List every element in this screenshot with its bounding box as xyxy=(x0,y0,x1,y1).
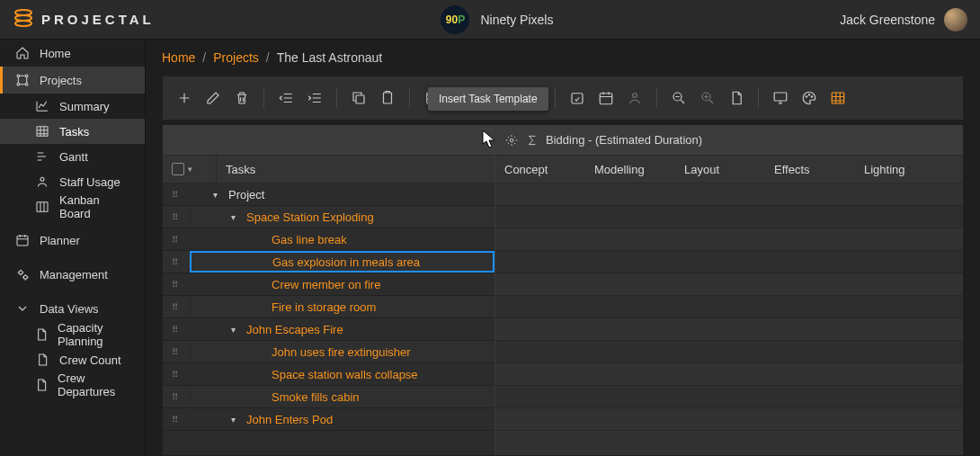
workspace-badge[interactable]: 90P xyxy=(441,5,469,34)
drag-handle-icon[interactable]: ⠿ xyxy=(163,280,190,290)
checkbox-icon[interactable] xyxy=(172,163,184,175)
col-lighting[interactable]: Lighting xyxy=(864,163,954,176)
monitor-button[interactable] xyxy=(768,85,793,111)
drag-handle-icon[interactable]: ⠿ xyxy=(163,212,190,222)
chevron-down-icon[interactable]: ▾ xyxy=(188,165,192,174)
task-label[interactable]: Space Station Exploding xyxy=(246,210,374,224)
bidding-header[interactable]: Bidding - (Estimated Duration) xyxy=(495,125,963,156)
task-label[interactable]: John uses fire extinguisher xyxy=(272,345,411,359)
nav-management[interactable]: Management xyxy=(0,261,145,288)
drag-handle-icon[interactable]: ⠿ xyxy=(163,415,190,425)
bidding-row[interactable] xyxy=(495,251,963,273)
workspace-name[interactable]: Ninety Pixels xyxy=(480,13,553,27)
task-row[interactable]: ⠿Gas explosion in meals area xyxy=(163,251,494,273)
expander-icon[interactable]: ▾ xyxy=(227,212,239,222)
bidding-row[interactable] xyxy=(495,408,963,431)
task-label[interactable]: Fire in storage room xyxy=(272,300,376,314)
expander-icon[interactable]: ▾ xyxy=(227,415,239,425)
task-label[interactable]: Gas line break xyxy=(272,233,347,246)
bidding-row[interactable] xyxy=(495,183,963,206)
drag-handle-icon[interactable]: ⠿ xyxy=(163,257,190,267)
bidding-row[interactable] xyxy=(495,273,963,296)
add-button[interactable] xyxy=(172,85,197,111)
grid-view-button[interactable] xyxy=(825,85,851,111)
drag-handle-icon[interactable]: ⠿ xyxy=(163,325,190,335)
task-label[interactable]: Gas explosion in meals area xyxy=(272,255,420,269)
task-label[interactable]: John Enters Pod xyxy=(246,413,333,426)
col-modelling[interactable]: Modelling xyxy=(594,163,684,176)
outdent-button[interactable] xyxy=(273,85,298,111)
indent-button[interactable] xyxy=(302,85,327,111)
bidding-row[interactable] xyxy=(495,363,963,386)
tasks-column-header[interactable]: Tasks xyxy=(217,163,494,176)
task-cell[interactable]: ▾Project xyxy=(190,183,494,205)
task-cell[interactable]: Crew member on fire xyxy=(190,273,494,295)
bidding-row[interactable] xyxy=(495,206,963,228)
drag-handle-icon[interactable]: ⠿ xyxy=(163,235,190,245)
nav-home[interactable]: Home xyxy=(0,40,145,67)
bidding-row[interactable] xyxy=(495,386,963,408)
nav-data-views[interactable]: Data Views xyxy=(0,295,145,322)
col-layout[interactable]: Layout xyxy=(684,163,774,176)
app-logo[interactable]: PROJECTAL xyxy=(13,7,155,31)
drag-handle-icon[interactable]: ⠿ xyxy=(163,370,190,380)
bidding-row[interactable] xyxy=(495,341,963,363)
task-row[interactable]: ⠿Space station walls collapse xyxy=(163,363,494,386)
avatar[interactable] xyxy=(944,8,967,31)
drag-handle-icon[interactable]: ⠿ xyxy=(163,392,190,402)
bidding-row[interactable] xyxy=(495,228,963,251)
drag-handle-icon[interactable]: ⠿ xyxy=(163,190,190,200)
subnav-capacity[interactable]: Capacity Planning xyxy=(0,322,145,347)
nav-planner[interactable]: Planner xyxy=(0,227,145,254)
copy-button[interactable] xyxy=(346,85,371,111)
subnav-gantt[interactable]: Gantt xyxy=(0,144,145,169)
crumb-projects[interactable]: Projects xyxy=(213,50,259,65)
zoom-out-button[interactable] xyxy=(666,85,691,111)
nav-projects[interactable]: Projects xyxy=(0,67,145,94)
subnav-tasks[interactable]: Tasks xyxy=(0,119,145,144)
task-cell[interactable]: Smoke fills cabin xyxy=(190,386,494,407)
task-row[interactable]: ⠿▾John Enters Pod xyxy=(163,408,494,431)
expander-icon[interactable]: ▾ xyxy=(227,325,239,335)
task-cell[interactable]: ▾John Escapes Fire xyxy=(190,318,494,340)
palette-button[interactable] xyxy=(797,85,822,111)
task-row[interactable]: ⠿Fire in storage room xyxy=(163,296,494,318)
bidding-row[interactable] xyxy=(495,318,963,341)
drag-handle-icon[interactable]: ⠿ xyxy=(163,347,190,357)
subnav-crew-count[interactable]: Crew Count xyxy=(0,347,145,372)
constraint-button[interactable] xyxy=(565,85,590,111)
task-cell[interactable]: Gas explosion in meals area xyxy=(190,251,494,273)
subnav-kanban[interactable]: Kanban Board xyxy=(0,194,145,219)
subnav-crew-departures[interactable]: Crew Departures xyxy=(0,372,145,398)
task-cell[interactable]: John uses fire extinguisher xyxy=(190,341,494,362)
task-label[interactable]: Space station walls collapse xyxy=(272,368,418,381)
task-cell[interactable]: ▾Space Station Exploding xyxy=(190,206,494,228)
assign-button[interactable] xyxy=(622,85,647,111)
task-label[interactable]: Smoke fills cabin xyxy=(272,390,360,404)
task-cell[interactable]: Gas line break xyxy=(190,228,494,250)
col-effects[interactable]: Effects xyxy=(774,163,864,176)
drag-handle-icon[interactable]: ⠿ xyxy=(163,302,190,312)
zoom-in-button[interactable] xyxy=(695,85,720,111)
bidding-row[interactable] xyxy=(495,296,963,318)
task-row[interactable]: ⠿▾John Escapes Fire xyxy=(163,318,494,341)
expander-icon[interactable]: ▾ xyxy=(209,190,221,200)
task-label[interactable]: Crew member on fire xyxy=(272,278,380,291)
task-cell[interactable]: ▾John Enters Pod xyxy=(190,408,494,430)
task-row[interactable]: ⠿Crew member on fire xyxy=(163,273,494,296)
file-view-button[interactable] xyxy=(724,85,749,111)
task-row[interactable]: ⠿▾Project xyxy=(163,183,494,206)
edit-button[interactable] xyxy=(200,85,226,111)
task-row[interactable]: ⠿Gas line break xyxy=(163,228,494,251)
task-row[interactable]: ⠿John uses fire extinguisher xyxy=(163,341,494,363)
task-row[interactable]: ⠿Smoke fills cabin xyxy=(163,386,494,408)
delete-button[interactable] xyxy=(229,85,254,111)
select-all-cell[interactable]: ▾ xyxy=(163,156,217,183)
crumb-home[interactable]: Home xyxy=(162,50,195,65)
paste-button[interactable] xyxy=(375,85,400,111)
task-label[interactable]: John Escapes Fire xyxy=(246,323,343,336)
subnav-staff-usage[interactable]: Staff Usage xyxy=(0,169,145,194)
task-row[interactable]: ⠿▾Space Station Exploding xyxy=(163,206,494,228)
user-name[interactable]: Jack Greenstone xyxy=(840,13,935,27)
task-cell[interactable]: Fire in storage room xyxy=(190,296,494,317)
